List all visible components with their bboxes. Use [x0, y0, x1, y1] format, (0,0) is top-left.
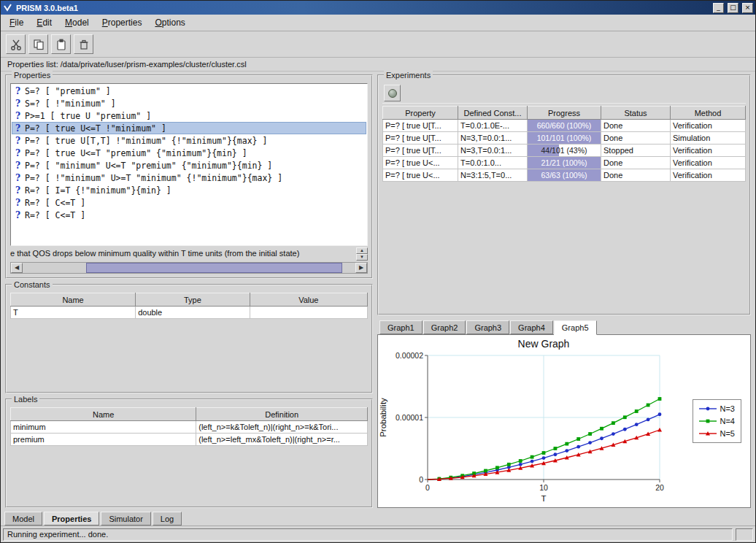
tab-graph2[interactable]: Graph2 [423, 320, 466, 334]
experiment-constants: T=0.0:1.0... [458, 157, 528, 169]
property-text: R=? [ I=T {!"minimum"}{min} ] [25, 185, 171, 196]
property-comment-row: e that QOS drops below minimum quality w… [10, 247, 368, 261]
labels-row[interactable]: minimum(left_n>=k&Toleft_n)|(right_n>=k&… [11, 421, 368, 434]
experiment-row[interactable]: P=? [ true U[T...N=3,T=0.0:1...44/101 (4… [383, 145, 746, 157]
close-button[interactable]: × [742, 3, 753, 13]
scroll-up-icon[interactable]: ▲ [356, 247, 368, 254]
menu-edit[interactable]: Edit [31, 15, 58, 30]
constants-table[interactable]: NameTypeValueTdouble [10, 293, 368, 319]
menu-options[interactable]: Options [149, 15, 190, 30]
tab-properties[interactable]: Properties [44, 512, 99, 525]
svg-text:0.00001: 0.00001 [396, 413, 423, 422]
tab-simulator[interactable]: Simulator [101, 512, 150, 525]
experiments-column-header[interactable]: Property [383, 107, 458, 120]
property-item[interactable]: ?P=? [ !"minimum" U>=T "minimum" {!"mini… [12, 172, 366, 184]
legend-label: N=4 [720, 417, 736, 425]
scroll-down-icon[interactable]: ▼ [356, 254, 368, 261]
menu-file[interactable]: File [4, 15, 29, 30]
clipboard-icon [55, 38, 68, 51]
experiment-row[interactable]: P=? [ true U[T...N=3,T=0.0:1...101/101 (… [383, 132, 746, 145]
constants-cell: T [11, 307, 136, 319]
property-text: R=? [ C<=T ] [25, 198, 85, 208]
graph-content: 00.000010.0000201020New GraphTProbabilit… [377, 334, 751, 508]
hscroll-track[interactable] [23, 263, 355, 273]
experiment-row[interactable]: P=? [ true U[T...T=0.0:1.0E-...660/660 (… [383, 120, 746, 132]
property-item[interactable]: ?S=? [ "premium" ] [12, 85, 366, 97]
main-toolbar [1, 31, 755, 58]
property-item[interactable]: ?R=? [ C<=T ] [12, 196, 366, 209]
graph-tab-bar: Graph1Graph2Graph3Graph4Graph5 [377, 320, 751, 334]
question-icon: ? [14, 123, 22, 134]
constants-column-header[interactable]: Name [11, 293, 136, 307]
constants-row[interactable]: Tdouble [11, 307, 368, 319]
experiments-column-header[interactable]: Defined Const... [458, 107, 528, 120]
labels-column-header[interactable]: Definition [196, 408, 368, 421]
properties-list[interactable]: ?S=? [ "premium" ]?S=? [ !"minimum" ]?P>… [10, 83, 368, 246]
experiment-progress: 63/63 (100%) [528, 169, 601, 182]
experiment-progress: 21/21 (100%) [528, 157, 601, 169]
property-item[interactable]: ?P=? [ true U<=T "premium" {"minimum"}{m… [12, 147, 366, 159]
tab-log[interactable]: Log [153, 512, 182, 525]
experiment-progress: 660/660 (100%) [528, 120, 601, 132]
constants-column-header[interactable]: Value [250, 293, 367, 307]
experiment-status: Done [601, 169, 671, 182]
svg-text:T: T [541, 494, 546, 503]
tab-graph1[interactable]: Graph1 [379, 320, 423, 334]
maximize-button[interactable]: □ [728, 3, 738, 13]
tab-model[interactable]: Model [4, 512, 42, 525]
question-icon: ? [14, 161, 22, 171]
progress-bar: 660/660 (100%) [528, 120, 601, 131]
constants-cell [250, 307, 367, 319]
property-item[interactable]: ?R=? [ C<=T ] [12, 209, 366, 221]
tab-graph4[interactable]: Graph4 [510, 320, 553, 334]
experiments-table[interactable]: PropertyDefined Const...ProgressStatusMe… [382, 106, 746, 182]
property-item[interactable]: ?P=? [ "minimum" U<=T "premium" {"minimu… [12, 159, 366, 172]
labels-table[interactable]: NameDefinitionminimum(left_n>=k&Toleft_n… [10, 407, 368, 446]
cut-button[interactable] [6, 34, 26, 54]
menu-model[interactable]: Model [59, 15, 95, 30]
copy-button[interactable] [28, 34, 48, 54]
menu-bar: FileEditModelPropertiesOptions [1, 15, 755, 31]
labels-header-row: NameDefinition [11, 408, 368, 421]
progress-bar: 21/21 (100%) [528, 157, 601, 169]
minimize-button[interactable]: _ [713, 3, 724, 13]
app-logo-icon [3, 3, 12, 12]
comment-vscrollbar[interactable]: ▲ ▼ [356, 247, 368, 261]
labels-column-header[interactable]: Name [11, 408, 196, 421]
constants-header-row: NameTypeValue [11, 293, 368, 307]
experiment-property: P=? [ true U<... [383, 157, 458, 169]
paste-button[interactable] [51, 34, 71, 54]
graph-canvas[interactable]: 00.000010.0000201020New GraphTProbabilit… [378, 336, 670, 504]
scroll-left-icon[interactable]: ◀ [11, 263, 23, 273]
property-item[interactable]: ?P=? [ true U[T,T] !"minimum" {!"minimum… [12, 134, 366, 147]
labels-row[interactable]: premium(left_n>=left_mx&Toleft_n)|(right… [11, 434, 368, 446]
property-item[interactable]: ?P>=1 [ true U "premium" ] [12, 109, 366, 122]
stop-experiment-button[interactable] [384, 85, 401, 101]
property-text: S=? [ "premium" ] [25, 86, 111, 96]
delete-button[interactable] [74, 34, 93, 54]
title-bar[interactable]: PRISM 3.0.beta1 _ □ × [1, 1, 755, 15]
property-item[interactable]: ?S=? [ !"minimum" ] [12, 97, 366, 109]
experiment-row[interactable]: P=? [ true U<...T=0.0:1.0...21/21 (100%)… [383, 157, 746, 169]
tab-graph3[interactable]: Graph3 [466, 320, 509, 334]
experiment-row[interactable]: P=? [ true U<...N=3:1:5,T=0...63/63 (100… [383, 169, 746, 182]
experiments-column-header[interactable]: Status [601, 107, 671, 120]
menu-properties[interactable]: Properties [96, 15, 148, 30]
property-item[interactable]: ?P=? [ true U<=T !"minimum" ] [12, 122, 366, 134]
constants-column-header[interactable]: Type [136, 293, 250, 307]
property-text: S=? [ !"minimum" ] [25, 99, 116, 109]
labels-group: Labels NameDefinitionminimum(left_n>=k&T… [5, 398, 373, 508]
property-text: P=? [ true U<=T "premium" {"minimum"}{mi… [25, 148, 247, 158]
question-icon: ? [14, 111, 22, 121]
svg-text:0: 0 [419, 475, 423, 484]
hscroll-thumb[interactable] [86, 263, 342, 273]
properties-hscrollbar[interactable]: ◀ ▶ [10, 262, 368, 274]
experiments-header-row: PropertyDefined Const...ProgressStatusMe… [383, 107, 746, 120]
tab-graph5[interactable]: Graph5 [554, 320, 597, 335]
experiments-column-header[interactable]: Method [671, 107, 746, 120]
properties-group-title: Properties [12, 71, 53, 80]
experiments-column-header[interactable]: Progress [528, 107, 601, 120]
prism-window: PRISM 3.0.beta1 _ □ × FileEditModelPrope… [0, 0, 756, 543]
property-item[interactable]: ?R=? [ I=T {!"minimum"}{min} ] [12, 184, 366, 196]
scroll-right-icon[interactable]: ▶ [355, 263, 367, 273]
